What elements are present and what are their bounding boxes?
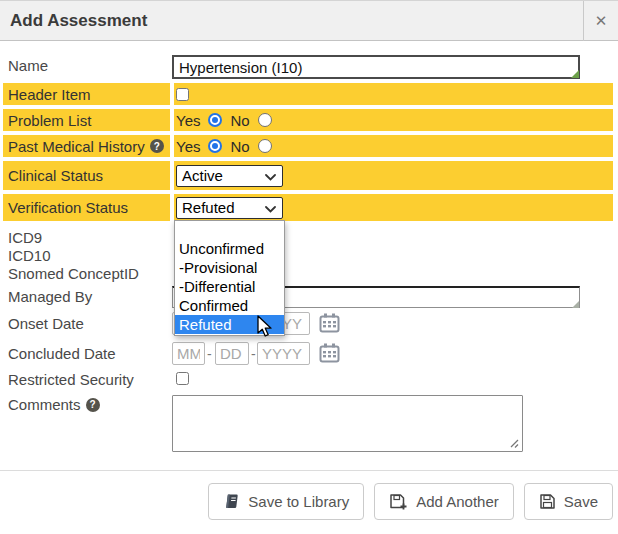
problem-list-label-cell: Problem List [3, 109, 170, 131]
snomed-conceptid-label: Snomed ConceptID [8, 265, 139, 283]
verification-status-control-cell: Refuted [174, 194, 613, 221]
save-button[interactable]: Save [524, 483, 613, 520]
name-label: Name [8, 56, 48, 76]
save-to-library-button[interactable]: Save to Library [208, 483, 364, 520]
pmh-label: Past Medical History [8, 138, 145, 155]
footer-divider [0, 470, 618, 471]
close-icon: ✕ [595, 12, 608, 30]
pmh-label-cell: Past Medical History ? [3, 135, 170, 157]
problem-list-yes-radio[interactable] [208, 113, 222, 127]
pmh-no-label: No [230, 138, 249, 155]
managed-by-corner [572, 301, 579, 308]
concluded-sep1: - [207, 346, 212, 362]
pmh-help-icon[interactable]: ? [150, 139, 164, 153]
icd9-label: ICD9 [8, 229, 42, 247]
concluded-yyyy-input[interactable] [257, 342, 310, 365]
verification-status-select[interactable]: Refuted [176, 197, 283, 219]
icd10-label: ICD10 [8, 247, 51, 265]
concluded-dd-input[interactable] [215, 342, 249, 365]
restricted-security-label: Restricted Security [8, 370, 134, 390]
restricted-security-checkbox[interactable] [176, 372, 189, 385]
concluded-mm-input[interactable] [172, 342, 205, 365]
save-plus-icon [389, 493, 408, 511]
name-input-valid-corner [571, 70, 579, 78]
name-input[interactable] [172, 55, 580, 79]
save-label: Save [564, 493, 598, 510]
save-icon [539, 493, 556, 510]
pmh-no-radio[interactable] [258, 139, 272, 153]
verification-status-label: Verification Status [8, 199, 128, 216]
problem-list-label: Problem List [8, 112, 91, 129]
header-item-checkbox[interactable] [176, 88, 189, 101]
comments-label: Comments [8, 395, 81, 415]
add-another-button[interactable]: Add Another [374, 483, 514, 520]
verification-status-value: Refuted [182, 199, 235, 216]
verification-status-dropdown: Unconfirmed -Provisional -Differential C… [174, 220, 285, 336]
onset-date-label: Onset Date [8, 314, 84, 334]
dialog-titlebar: Add Assessment ✕ [0, 0, 618, 41]
clinical-status-select[interactable]: Active [176, 165, 283, 187]
header-item-control-cell [174, 83, 613, 105]
footer-buttons: Save to Library Add Another Save [208, 483, 613, 520]
dropdown-option-blank[interactable] [175, 222, 284, 239]
concluded-date-label: Concluded Date [8, 344, 116, 364]
problem-list-yes-label: Yes [176, 112, 200, 129]
clinical-status-label-cell: Clinical Status [3, 161, 170, 190]
concluded-sep2: - [251, 346, 256, 362]
clinical-status-value: Active [182, 167, 223, 184]
book-icon [223, 493, 240, 510]
dropdown-option-provisional[interactable]: -Provisional [175, 258, 284, 277]
dropdown-option-confirmed[interactable]: Confirmed [175, 296, 284, 315]
add-assessment-dialog: Add Assessment ✕ Name Header Item Proble… [0, 0, 618, 534]
pmh-yes-label: Yes [176, 138, 200, 155]
clinical-status-control-cell: Active [174, 161, 613, 190]
header-item-label: Header Item [8, 86, 91, 103]
chevron-down-icon [265, 174, 276, 181]
dialog-title: Add Assessment [10, 1, 147, 41]
save-to-library-label: Save to Library [248, 493, 349, 510]
problem-list-no-label: No [230, 112, 249, 129]
dropdown-option-unconfirmed[interactable]: Unconfirmed [175, 239, 284, 258]
comments-label-wrap: Comments ? [8, 395, 100, 415]
dropdown-option-differential[interactable]: -Differential [175, 277, 284, 296]
clinical-status-label: Clinical Status [8, 167, 103, 184]
onset-calendar-icon[interactable] [318, 312, 341, 334]
chevron-down-icon [265, 206, 276, 213]
close-button[interactable]: ✕ [583, 1, 618, 41]
comments-textarea[interactable] [172, 395, 523, 452]
pmh-control-cell: Yes No [174, 135, 613, 157]
header-item-label-cell: Header Item [3, 83, 170, 105]
comments-help-icon[interactable]: ? [86, 398, 100, 412]
problem-list-no-radio[interactable] [258, 113, 272, 127]
pmh-yes-radio[interactable] [208, 139, 222, 153]
concluded-calendar-icon[interactable] [318, 342, 341, 364]
verification-status-label-cell: Verification Status [3, 194, 170, 221]
dropdown-option-refuted[interactable]: Refuted [175, 315, 284, 334]
problem-list-control-cell: Yes No [174, 109, 613, 131]
managed-by-label: Managed By [8, 287, 92, 307]
add-another-label: Add Another [416, 493, 499, 510]
